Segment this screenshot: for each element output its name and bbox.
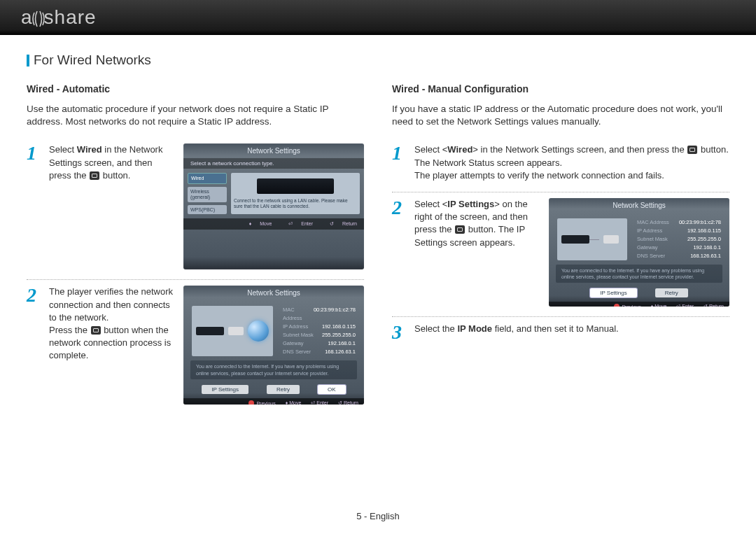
osd-footer: ♦ Move ⏎ Enter ↺ Return: [183, 218, 364, 230]
page-content: For Wired Networks Wired - Automatic Use…: [0, 35, 756, 414]
step-number: 3: [392, 323, 407, 342]
enter-icon: [90, 171, 99, 180]
text: Select the: [414, 323, 457, 334]
network-details: MAC Address00:23:99:b1:c2:78 IP Address1…: [283, 306, 356, 356]
step-number: 2: [392, 198, 407, 307]
osd-diagram: [192, 306, 273, 356]
globe-icon: [248, 321, 269, 342]
text: Select: [49, 144, 77, 155]
router-icon: [603, 235, 619, 244]
osd-option-wireless[interactable]: Wireless (general): [188, 187, 227, 202]
status-message: You are connected to the Internet. If yo…: [556, 265, 722, 283]
osd-option-wps[interactable]: WPS(PBC): [188, 205, 227, 215]
text: Press the: [49, 325, 90, 335]
text: The player verifies the network connecti…: [49, 286, 173, 322]
osd-subtitle: Select a network connection type.: [183, 158, 364, 169]
text: The player attempts to verify the networ…: [414, 170, 664, 181]
column-right: Wired - Manual Configuration If you have…: [392, 83, 729, 414]
section-title: For Wired Networks: [27, 52, 729, 68]
text: Select <: [414, 144, 447, 155]
left-step-1: 1 Select Wired in the Network Settings s…: [27, 138, 364, 280]
left-heading: Wired - Automatic: [27, 83, 364, 94]
text-bold: IP Settings: [447, 199, 494, 209]
device-icon: [257, 178, 334, 194]
footer-previous: Previous: [614, 304, 640, 307]
osd-title: Network Settings: [183, 286, 364, 300]
text: Select <: [414, 199, 447, 209]
osd-title: Network Settings: [549, 198, 729, 213]
osd-connection-type: Network Settings Select a network connec…: [183, 143, 364, 269]
btn-ok[interactable]: OK: [318, 385, 346, 394]
router-icon: [228, 327, 244, 335]
step-number: 1: [392, 143, 407, 182]
btn-ip-settings[interactable]: IP Settings: [590, 288, 637, 297]
step-number: 2: [27, 286, 42, 405]
btn-ip-settings[interactable]: IP Settings: [202, 385, 248, 394]
app-header: ashare: [0, 0, 756, 35]
network-details: MAC Address00:23:99:b1:c2:78 IP Address1…: [637, 218, 721, 260]
osd-network-status-fail: Network Settings MAC Address00:23:99:b1:…: [549, 198, 729, 307]
device-icon: [196, 327, 224, 335]
enter-icon: [455, 225, 465, 234]
page-footer: 5 - English: [0, 511, 756, 521]
text-bold: IP Mode: [457, 323, 492, 334]
footer-return: ↺ Return: [704, 304, 724, 307]
right-step1-text: Select <Wired> in the Network Settings s…: [414, 143, 729, 182]
right-step-2: 2 Select <IP Settings> on the right of t…: [392, 192, 729, 317]
footer-move: ♦ Move: [286, 400, 302, 405]
btn-retry[interactable]: Retry: [267, 385, 300, 394]
right-intro: If you have a static IP address or the A…: [392, 103, 729, 128]
two-column-layout: Wired - Automatic Use the automatic proc…: [27, 83, 729, 414]
status-message: You are connected to the Internet. If yo…: [190, 360, 357, 379]
logo-waves-icon: [31, 6, 46, 29]
osd-sidebar: Wired Wireless (general) WPS(PBC): [188, 173, 227, 214]
footer-enter: ⏎ Enter: [311, 400, 328, 405]
btn-retry[interactable]: Retry: [655, 288, 688, 297]
left-step2-text: The player verifies the network connecti…: [49, 286, 175, 405]
column-left: Wired - Automatic Use the automatic proc…: [27, 83, 364, 414]
footer-return: ↺ Return: [338, 400, 358, 405]
text: field, and then set it to Manual.: [492, 323, 619, 334]
brand-logo: ashare: [21, 6, 97, 29]
step-number: 1: [27, 143, 42, 269]
osd-title: Network Settings: [183, 143, 364, 158]
right-step-3: 3 Select the IP Mode field, and then set…: [392, 317, 729, 352]
right-step-1: 1 Select <Wired> in the Network Settings…: [392, 138, 729, 192]
footer-enter: ⏎ Enter: [676, 304, 694, 307]
text: button.: [100, 170, 130, 181]
footer-previous: Previous: [248, 400, 275, 405]
right-step2-text: Select <IP Settings> on the right of the…: [414, 198, 540, 307]
text-bold: Wired: [447, 144, 472, 155]
left-step-2: 2 The player verifies the network connec…: [27, 280, 364, 414]
text: > in the Network Settings screen, and th…: [472, 144, 687, 155]
osd-caption: Connect to the network using a LAN cable…: [234, 198, 357, 209]
left-step1-text: Select Wired in the Network Settings scr…: [49, 143, 175, 269]
enter-icon: [687, 146, 697, 154]
right-heading: Wired - Manual Configuration: [392, 83, 729, 94]
footer-move: ♦ Move: [242, 221, 272, 227]
osd-network-status-ok: Network Settings MAC Address00:23:99:b1:…: [183, 286, 364, 405]
osd-preview: Connect to the network using a LAN cable…: [231, 173, 360, 214]
right-step3-text: Select the IP Mode field, and then set i…: [414, 323, 729, 342]
osd-diagram: [557, 218, 627, 260]
osd-footer: Previous ♦ Move ⏎ Enter ↺ Return: [183, 398, 364, 405]
text-bold: Wired: [77, 144, 102, 155]
enter-icon: [91, 326, 101, 335]
footer-move: ♦ Move: [651, 304, 667, 307]
left-intro: Use the automatic procedure if your netw…: [27, 103, 364, 128]
footer-return: ↺ Return: [323, 221, 357, 227]
footer-enter: ⏎ Enter: [281, 221, 313, 227]
osd-footer: Previous ♦ Move ⏎ Enter ↺ Return: [549, 302, 729, 307]
osd-option-wired[interactable]: Wired: [188, 173, 227, 184]
device-icon: [561, 235, 589, 244]
